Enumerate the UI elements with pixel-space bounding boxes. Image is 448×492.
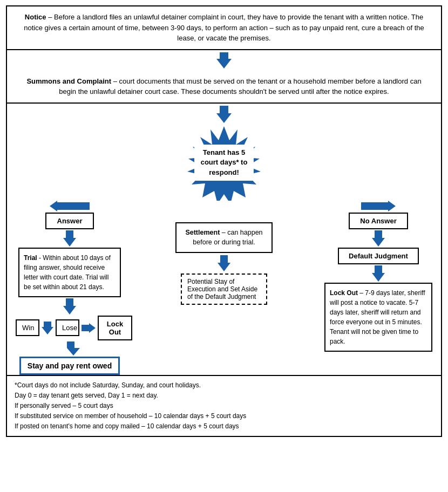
footer-line1: *Court days do not include Saturday, Sun…	[15, 380, 433, 391]
arrow-head-noanswer	[388, 201, 396, 211]
default-judgment-box: Default Judgment	[338, 248, 419, 264]
lockout-right-box: Lock Out – 7-9 days later, sheriff will …	[324, 283, 432, 352]
arrow-to-lockout-right	[372, 264, 385, 283]
arrow-stem	[220, 52, 228, 59]
trial-label: Trial	[24, 254, 37, 262]
footer-line4: If substituted service on member of hous…	[15, 411, 433, 421]
arrow-stem-h-left	[57, 202, 90, 210]
arrow-to-trial	[63, 229, 76, 248]
arrow-stem-noanswer	[361, 202, 388, 210]
starburst-wrapper: Tenant has 5 court days* to respond!	[170, 125, 278, 201]
arrow-to-noanswer	[361, 201, 396, 211]
footer-line2: Day 0 = day tenant gets served, Day 1 = …	[15, 391, 433, 401]
arrow-head-lockoutright	[372, 273, 385, 282]
arrow-head-winlose	[63, 306, 76, 315]
right-branch: No Answer Default Judgment L	[319, 190, 438, 375]
starburst-text: Tenant has 5 court days* to respond!	[194, 145, 254, 181]
summons-box: Summons and Complaint – court documents …	[7, 71, 441, 104]
win-box: Win	[16, 319, 39, 336]
footer-notes: *Court days do not include Saturday, Sun…	[7, 375, 441, 436]
lockout-right-label: Lock Out	[330, 289, 358, 297]
arrow-stem-default	[375, 230, 382, 238]
settlement-label: Settlement	[185, 229, 220, 236]
lockout-label: Lock Out	[107, 320, 123, 336]
arrow-stem-trial	[66, 230, 73, 238]
harrow-stem	[82, 325, 89, 331]
arrow-stem2	[220, 106, 228, 113]
lose-label: Lose	[62, 324, 77, 332]
arrow-stem-down-lose	[42, 322, 53, 334]
arrow-stem-lockoutright	[375, 265, 382, 273]
lose-box: Lose	[56, 319, 79, 336]
arrow-notice-to-summons	[7, 50, 441, 71]
notice-box: Notice – Before a landlord files an unla…	[7, 6, 441, 50]
arrow-to-winlose	[63, 297, 76, 316]
potential-stay-text: Potential Stay of Execution and Set Asid…	[187, 278, 257, 300]
arrow-head-stay	[67, 348, 80, 356]
footer-line5: If posted on tenant's home and copy mail…	[15, 421, 433, 432]
arrow-summons-to-star	[7, 104, 441, 125]
win-lose-row: Win Lose Lock Out	[16, 316, 124, 340]
answer-label: Answer	[57, 217, 83, 225]
arrow-to-answer	[50, 201, 90, 211]
arrow-lose-to-lockout	[82, 323, 96, 333]
summons-text: – court documents that must be served on…	[59, 77, 421, 96]
stay-text: Stay and pay rent owed	[28, 361, 112, 370]
starburst-branches-area: Tenant has 5 court days* to respond! Ans…	[7, 125, 441, 375]
center-branch: Settlement – can happen before or during…	[129, 190, 319, 375]
win-label: Win	[22, 324, 34, 332]
harrow-head	[89, 323, 96, 333]
arrow-head-potential	[218, 263, 230, 271]
arrow-head-down	[216, 59, 232, 69]
notice-label: Notice	[25, 13, 46, 21]
footer-line3: If personally served – 5 court days	[15, 401, 433, 411]
starburst-row: Tenant has 5 court days* to respond!	[10, 125, 438, 201]
arrow-to-stay	[59, 340, 80, 357]
arrow-to-potential	[218, 253, 230, 274]
arrow-to-default	[372, 229, 385, 248]
answer-box: Answer	[45, 213, 94, 229]
arrow-head-trial	[63, 238, 76, 247]
arrow-head-left	[50, 201, 57, 211]
trial-box: Trial - Within about 10 days of filing a…	[18, 248, 121, 297]
main-container: Notice – Before a landlord files an unla…	[6, 5, 442, 437]
no-answer-label: No Answer	[360, 217, 396, 225]
stay-box: Stay and pay rent owed	[19, 357, 120, 375]
no-answer-box: No Answer	[349, 213, 408, 229]
left-branch: Answer Trial - Within about 10 days of f…	[10, 190, 129, 375]
arrow-head2	[216, 113, 232, 123]
default-judgment-label: Default Judgment	[349, 252, 408, 260]
settlement-box: Settlement – can happen before or during…	[175, 222, 273, 254]
summons-label: Summons and Complaint	[26, 77, 111, 85]
lockout-box: Lock Out	[98, 316, 132, 340]
arrow-head-default	[372, 238, 385, 247]
lockout-right-text: – 7-9 days later, sheriff will post a no…	[330, 289, 425, 345]
three-col-section: Answer Trial - Within about 10 days of f…	[10, 190, 438, 375]
trial-text: - Within about 10 days of filing answer,…	[24, 254, 111, 291]
arrow-stem-potential	[220, 255, 228, 263]
notice-text: – Before a landlord files an unlawful de…	[24, 13, 424, 42]
arrow-stem-winlose	[66, 298, 73, 306]
potential-stay-box: Potential Stay of Execution and Set Asid…	[181, 274, 267, 305]
arrow-stem-stay	[67, 341, 74, 348]
